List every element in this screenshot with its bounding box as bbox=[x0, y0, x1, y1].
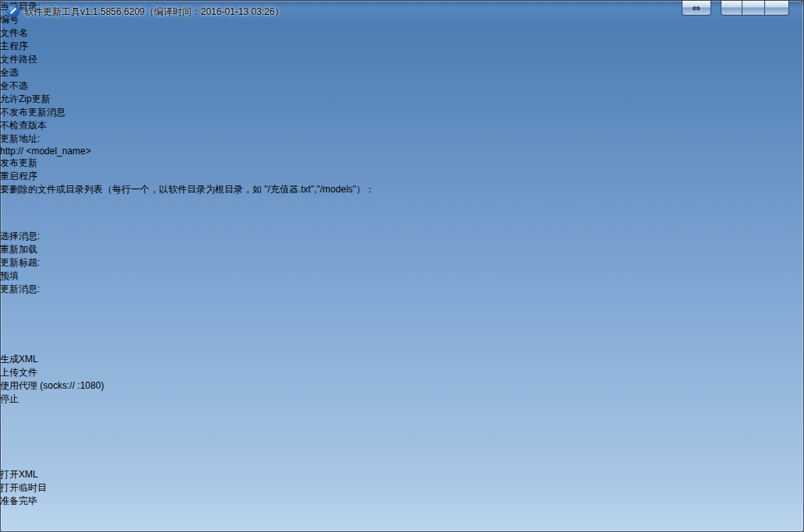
delete-list-label: 要删除的文件或目录列表（每行一个，以软件目录为根目录，如 "/充值器.txt",… bbox=[0, 184, 375, 195]
column-header-filepath[interactable]: 文件路径 bbox=[0, 53, 119, 66]
delete-list-textarea[interactable] bbox=[0, 196, 453, 230]
select-none-button[interactable]: 全不选 bbox=[0, 79, 58, 93]
update-message-label: 更新消息: bbox=[0, 284, 40, 294]
proxy-address-suffix: :1080) bbox=[77, 380, 104, 391]
app-window: 软件更新工具v1.1.5856.6209（编译时间：2016-01-13 03:… bbox=[0, 0, 804, 532]
close-button[interactable] bbox=[765, 1, 789, 16]
update-message-textarea[interactable] bbox=[0, 296, 453, 353]
no-version-check-checkbox[interactable]: 不检查版本 bbox=[0, 119, 804, 132]
caption-buttons bbox=[721, 1, 789, 16]
update-address-label: 更新地址: bbox=[0, 133, 40, 144]
allow-zip-checkbox[interactable]: 允许Zip更新 bbox=[0, 93, 804, 106]
output-textarea[interactable] bbox=[0, 406, 453, 468]
status-text: 准备完毕 bbox=[0, 495, 37, 506]
no-version-check-checkbox-label: 不检查版本 bbox=[0, 120, 47, 131]
select-all-button[interactable]: 全选 bbox=[0, 66, 56, 79]
status-bar: 准备完毕 bbox=[0, 495, 804, 508]
reload-button[interactable]: 重新加载 bbox=[0, 243, 56, 256]
swap-arrows-icon: ⇔ bbox=[693, 3, 701, 13]
generate-xml-button[interactable]: 生成XML bbox=[0, 353, 62, 366]
update-title-label: 更新标题: bbox=[0, 257, 40, 268]
minimize-button[interactable] bbox=[721, 1, 742, 16]
open-temp-dir-button[interactable]: 打开临时目 bbox=[0, 481, 61, 495]
stop-button[interactable]: 停止 bbox=[0, 393, 30, 406]
app-icon bbox=[7, 5, 19, 17]
update-address-input[interactable]: http:// <model_name> bbox=[0, 146, 272, 157]
prefill-button[interactable]: 预填 bbox=[0, 270, 31, 283]
restart-program-checkbox[interactable]: 重启程序 bbox=[0, 170, 804, 183]
no-publish-msg-checkbox-label: 不发布更新消息 bbox=[0, 107, 65, 118]
update-address-prefix: http:// bbox=[0, 146, 23, 157]
publish-update-checkbox-label: 发布更新 bbox=[0, 157, 37, 168]
titlebar[interactable]: 软件更新工具v1.1.5856.6209（编译时间：2016-01-13 03:… bbox=[0, 0, 804, 23]
swap-arrows-button[interactable]: ⇔ bbox=[682, 1, 711, 16]
open-xml-button[interactable]: 打开XML bbox=[0, 468, 62, 481]
column-header-filename[interactable]: 文件名 bbox=[0, 26, 239, 40]
select-message-label: 选择消息: bbox=[0, 231, 40, 241]
restart-program-checkbox-label: 重启程序 bbox=[0, 171, 37, 181]
update-address-suffix: <model_name> bbox=[26, 146, 90, 157]
client-area: 当前目录: 编号 文件名 主程序 文件路径 全选 全不选 bbox=[0, 0, 804, 508]
allow-zip-checkbox-label: 允许Zip更新 bbox=[0, 93, 51, 104]
column-header-mainprogram[interactable]: 主程序 bbox=[0, 40, 41, 53]
no-publish-msg-checkbox[interactable]: 不发布更新消息 bbox=[0, 106, 804, 119]
window-title: 软件更新工具v1.1.5856.6209（编译时间：2016-01-13 03:… bbox=[24, 5, 284, 19]
use-proxy-checkbox[interactable]: 使用代理 (socks:// :1080) bbox=[0, 379, 458, 393]
upload-file-button[interactable]: 上传文件 bbox=[0, 366, 58, 379]
use-proxy-checkbox-label: 使用代理 bbox=[0, 380, 37, 391]
publish-update-checkbox[interactable]: 发布更新 bbox=[0, 157, 804, 170]
maximize-button bbox=[742, 1, 765, 16]
proxy-address-prefix: (socks:// bbox=[40, 380, 75, 391]
